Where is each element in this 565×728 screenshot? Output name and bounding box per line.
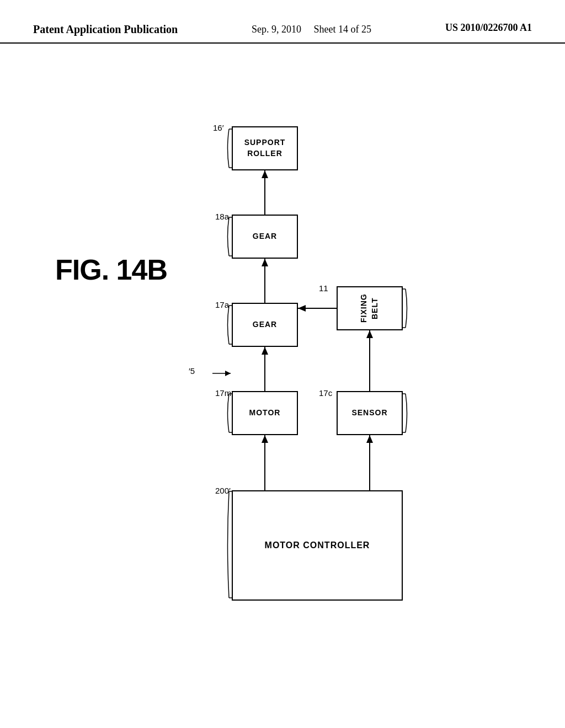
sheet-number: Sheet 14 of 25	[314, 24, 371, 35]
ref-17c: 17c	[319, 388, 332, 398]
svg-marker-11	[262, 170, 268, 178]
block-diagram: SUPPORTROLLER 16′ GEAR 18a GEAR 17a	[177, 115, 497, 722]
svg-marker-13	[298, 305, 306, 312]
ref-200prime: 200′	[215, 486, 231, 495]
ref-18a: 18a	[215, 212, 229, 221]
fixing-belt-box: FIXING BELT	[337, 286, 403, 330]
sensor-box: SENSOR	[337, 391, 403, 435]
motor-box: MOTOR	[232, 391, 298, 435]
svg-marker-9	[262, 259, 268, 266]
svg-marker-7	[262, 347, 268, 355]
header-date-sheet: Sep. 9, 2010 Sheet 14 of 25	[252, 22, 371, 37]
motor-controller-box: MOTOR CONTROLLER	[232, 490, 403, 601]
ref-16prime: 16′	[213, 123, 224, 132]
gear-17a-box: GEAR	[232, 303, 298, 347]
patent-number: US 2010/0226700 A1	[445, 22, 532, 34]
ref-11: 11	[319, 283, 328, 293]
svg-marker-1	[262, 435, 268, 443]
svg-marker-29	[225, 371, 231, 376]
main-content: FIG. 14B	[0, 44, 565, 705]
page-header: Patent Application Publication Sep. 9, 2…	[0, 0, 565, 44]
publication-date: Sep. 9, 2010	[252, 24, 301, 35]
publication-title: Patent Application Publication	[33, 22, 178, 36]
support-roller-box: SUPPORTROLLER	[232, 126, 298, 170]
svg-marker-3	[366, 435, 373, 443]
ref-5prime: ′5	[189, 366, 195, 376]
gear-18a-box: GEAR	[232, 215, 298, 259]
ref-17a: 17a	[215, 300, 229, 309]
svg-marker-5	[366, 330, 373, 338]
figure-label: FIG. 14B	[55, 253, 167, 286]
ref-17m: 17m	[215, 388, 231, 398]
